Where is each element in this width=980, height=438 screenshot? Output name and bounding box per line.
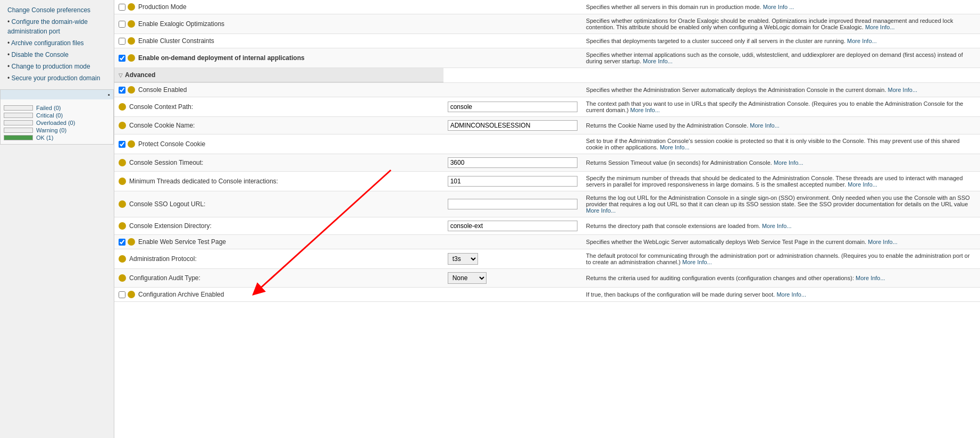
- checkbox-config-archive-enabled[interactable]: [119, 291, 125, 298]
- desc-cell-console-sso-logout-url: Returns the log out URL for the Administ…: [582, 191, 980, 217]
- config-row-console-extension-dir: Console Extension Directory: Returns the…: [114, 217, 980, 235]
- label-console-enabled: Console Enabled: [138, 86, 187, 94]
- label-cell-console-session-timeout: Console Session Timeout:: [114, 154, 443, 172]
- more-info-console-session-timeout[interactable]: More Info...: [774, 159, 803, 166]
- desc-cell-console-extension-dir: Returns the directory path that console …: [582, 217, 980, 235]
- label-console-sso-logout-url: Console SSO Logout URL:: [129, 200, 205, 208]
- config-row-config-archive-enabled: Configuration Archive Enabled If true, t…: [114, 288, 980, 302]
- desc-cell-enable-cluster-constraints: Specifies that deployments targeted to a…: [582, 34, 980, 48]
- status-label-1[interactable]: Critical (0): [36, 112, 63, 119]
- text-input-console-session-timeout[interactable]: [448, 157, 577, 168]
- input-cell-protect-console-cookie: [443, 134, 582, 154]
- more-info-enable-ondemand[interactable]: More Info...: [643, 58, 673, 64]
- status-label-4[interactable]: OK (1): [36, 134, 53, 141]
- sidebar-link-1[interactable]: Configure the domain-wide administration…: [0, 16, 114, 37]
- config-row-production-mode: Production Mode Specifies whether all se…: [114, 0, 980, 14]
- checkbox-enable-ondemand[interactable]: [119, 55, 125, 62]
- more-info-enable-exalogic[interactable]: More Info...: [865, 24, 895, 30]
- more-info-enable-web-service-test[interactable]: More Info...: [868, 239, 898, 245]
- gear-yellow-icon: [128, 3, 135, 11]
- checkbox-enable-web-service-test[interactable]: [119, 239, 125, 246]
- label-config-archive-enabled: Configuration Archive Enabled: [138, 291, 224, 298]
- label-config-audit-type: Configuration Audit Type:: [129, 274, 200, 282]
- checkbox-enable-cluster-constraints[interactable]: [119, 38, 125, 45]
- label-console-context-path: Console Context Path:: [129, 103, 193, 111]
- more-info-console-extension-dir[interactable]: More Info...: [762, 223, 792, 229]
- input-cell-enable-web-service-test: [443, 235, 582, 249]
- label-cell-enable-ondemand: Enable on-demand deployment of internal …: [114, 48, 443, 68]
- system-status-panel: ▪ Failed (0) Critical (0) Overloaded (0)…: [0, 89, 114, 145]
- advanced-section-header[interactable]: ▽ Advanced: [114, 68, 980, 83]
- label-production-mode: Production Mode: [138, 3, 187, 11]
- config-row-console-sso-logout-url: Console SSO Logout URL: Returns the log …: [114, 191, 980, 217]
- gear-yellow-icon: [119, 200, 126, 208]
- status-label-2[interactable]: Overloaded (0): [36, 120, 75, 126]
- desc-cell-console-cookie-name: Returns the Cookie Name used by the Admi…: [582, 117, 980, 134]
- status-row-2: Overloaded (0): [4, 120, 110, 126]
- config-row-config-audit-type: Configuration Audit Type: NoneChangeAll …: [114, 269, 980, 288]
- sidebar-link-5[interactable]: Secure your production domain: [0, 72, 114, 84]
- config-row-console-context-path: Console Context Path: The context path t…: [114, 97, 980, 117]
- config-row-console-session-timeout: Console Session Timeout: Returns Session…: [114, 154, 980, 172]
- input-cell-console-extension-dir: [443, 217, 582, 235]
- label-cell-console-extension-dir: Console Extension Directory:: [114, 217, 443, 235]
- gear-yellow-icon: [119, 178, 126, 185]
- more-info-console-sso-logout-url[interactable]: More Info...: [586, 207, 616, 214]
- label-cell-protect-console-cookie: Protect Console Cookie: [114, 134, 443, 154]
- label-admin-protocol: Administration Protocol:: [129, 255, 197, 263]
- system-status-header: ▪: [1, 90, 113, 99]
- text-input-console-cookie-name[interactable]: [448, 120, 577, 131]
- label-console-cookie-name: Console Cookie Name:: [129, 122, 195, 129]
- sidebar: Change Console preferencesConfigure the …: [0, 0, 114, 438]
- status-label-3[interactable]: Warning (0): [36, 127, 66, 133]
- input-cell-console-sso-logout-url: [443, 191, 582, 217]
- text-input-console-extension-dir[interactable]: [448, 221, 577, 231]
- more-info-enable-cluster-constraints[interactable]: More Info...: [847, 38, 877, 44]
- label-cell-console-sso-logout-url: Console SSO Logout URL:: [114, 191, 443, 217]
- gear-yellow-icon: [128, 37, 135, 45]
- gear-yellow-icon: [119, 103, 126, 111]
- input-cell-enable-exalogic: [443, 14, 582, 34]
- label-enable-exalogic: Enable Exalogic Optimizations: [138, 20, 224, 28]
- gear-yellow-icon: [128, 238, 135, 246]
- more-info-config-archive-enabled[interactable]: More Info...: [776, 291, 806, 298]
- text-input-console-context-path[interactable]: [448, 102, 577, 112]
- label-enable-ondemand: Enable on-demand deployment of internal …: [138, 54, 305, 62]
- checkbox-enable-exalogic[interactable]: [119, 21, 125, 28]
- label-cell-config-archive-enabled: Configuration Archive Enabled: [114, 288, 443, 302]
- more-info-config-audit-type[interactable]: More Info...: [856, 275, 885, 281]
- more-info-admin-protocol[interactable]: More Info...: [682, 259, 712, 265]
- more-info-console-context-path[interactable]: More Info...: [630, 107, 660, 113]
- select-admin-protocol[interactable]: t3st3httpshttp: [448, 253, 478, 265]
- checkbox-production-mode[interactable]: [119, 4, 125, 11]
- more-info-protect-console-cookie[interactable]: More Info...: [660, 144, 690, 150]
- more-info-min-threads-console[interactable]: More Info...: [848, 181, 877, 188]
- input-cell-admin-protocol: t3st3httpshttp: [443, 249, 582, 269]
- status-row-1: Critical (0): [4, 112, 110, 119]
- sidebar-link-3[interactable]: Disable the Console: [0, 49, 114, 61]
- more-info-console-cookie-name[interactable]: More Info...: [750, 122, 780, 129]
- checkbox-protect-console-cookie[interactable]: [119, 141, 125, 148]
- gear-yellow-icon: [119, 159, 126, 166]
- input-cell-console-cookie-name: [443, 117, 582, 134]
- gear-yellow-icon: [128, 140, 135, 148]
- more-info-console-enabled[interactable]: More Info...: [888, 87, 918, 93]
- more-info-production-mode[interactable]: More Info ...: [763, 4, 794, 10]
- desc-cell-min-threads-console: Specify the minimum number of threads th…: [582, 172, 980, 191]
- gear-yellow-icon: [128, 291, 135, 298]
- sidebar-link-2[interactable]: Archive configuration files: [0, 37, 114, 49]
- checkbox-console-enabled[interactable]: [119, 87, 125, 94]
- status-bar-container-2: [4, 120, 33, 125]
- text-input-min-threads-console[interactable]: [448, 176, 577, 187]
- gear-yellow-icon: [119, 122, 126, 129]
- text-input-console-sso-logout-url[interactable]: [448, 199, 577, 209]
- config-row-enable-exalogic: Enable Exalogic Optimizations Specifies …: [114, 14, 980, 34]
- sidebar-link-4[interactable]: Change to production mode: [0, 61, 114, 72]
- status-label-0[interactable]: Failed (0): [36, 105, 61, 111]
- label-cell-admin-protocol: Administration Protocol:: [114, 249, 443, 269]
- sidebar-link-0[interactable]: Change Console preferences: [0, 4, 114, 16]
- collapse-icon[interactable]: ▪: [108, 91, 110, 98]
- label-console-extension-dir: Console Extension Directory:: [129, 222, 212, 230]
- desc-cell-protect-console-cookie: Set to true if the Administration Consol…: [582, 134, 980, 154]
- select-config-audit-type[interactable]: NoneChangeAll: [448, 272, 487, 284]
